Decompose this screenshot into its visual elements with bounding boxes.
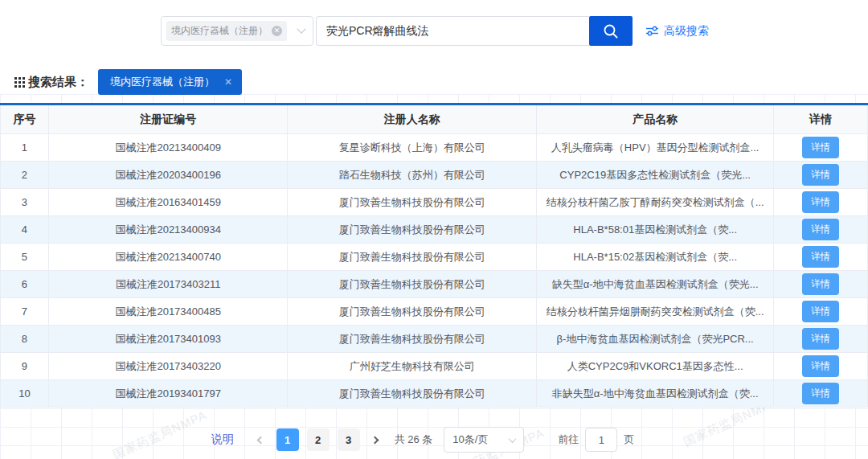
cell-detail: 详情 bbox=[774, 380, 868, 408]
cell-index: 8 bbox=[1, 326, 49, 353]
cell-registrant: 厦门致善生物科技股份有限公司 bbox=[288, 271, 537, 298]
cell-registrant: 厦门致善生物科技股份有限公司 bbox=[288, 380, 537, 408]
chevron-down-icon bbox=[509, 435, 517, 443]
cell-cert-no: 国械注准20173400485 bbox=[48, 298, 288, 326]
page-size-value: 10条/页 bbox=[452, 432, 488, 447]
detail-button[interactable]: 详情 bbox=[802, 355, 839, 377]
results-label-text: 搜索结果： bbox=[28, 75, 88, 90]
category-select[interactable]: 境内医疗器械（注册） bbox=[161, 16, 313, 46]
chevron-down-icon bbox=[297, 24, 305, 33]
chevron-left-icon bbox=[257, 436, 265, 444]
column-header-registrant: 注册人名称 bbox=[288, 105, 537, 134]
cell-index: 10 bbox=[1, 380, 49, 408]
column-header-product: 产品名称 bbox=[537, 105, 774, 134]
cell-product: β-地中海贫血基因检测试剂盒（荧光PCR... bbox=[537, 326, 774, 353]
cell-index: 5 bbox=[1, 244, 49, 271]
cell-product: 结核分枝杆菌乙胺丁醇耐药突变检测试剂盒（... bbox=[537, 189, 774, 216]
pagination: 说明 123 共 26 条 10条/页 前往 页 bbox=[0, 427, 857, 453]
cell-registrant: 厦门致善生物科技股份有限公司 bbox=[288, 244, 537, 271]
cell-detail: 详情 bbox=[774, 244, 868, 271]
detail-button[interactable]: 详情 bbox=[802, 137, 839, 158]
cell-detail: 详情 bbox=[774, 189, 868, 216]
goto-label: 前往 bbox=[558, 432, 579, 447]
column-header-cert-no: 注册证编号 bbox=[48, 105, 288, 134]
cell-registrant: 厦门致善生物科技股份有限公司 bbox=[288, 189, 537, 216]
cell-detail: 详情 bbox=[774, 326, 868, 353]
filter-tag: 境内医疗器械（注册） bbox=[98, 69, 242, 95]
detail-button[interactable]: 详情 bbox=[802, 191, 839, 213]
goto-page-input[interactable] bbox=[585, 428, 617, 452]
cell-cert-no: 国械注准20173403211 bbox=[48, 271, 288, 298]
total-count-text: 共 26 条 bbox=[395, 432, 433, 447]
detail-button[interactable]: 详情 bbox=[802, 219, 839, 240]
results-label: 搜索结果： bbox=[14, 75, 88, 90]
detail-button[interactable]: 详情 bbox=[802, 164, 839, 186]
table-row: 6 国械注准20173403211 厦门致善生物科技股份有限公司 缺失型α-地中… bbox=[1, 271, 868, 298]
search-input[interactable] bbox=[316, 16, 589, 46]
category-tag-close-icon[interactable] bbox=[272, 26, 282, 36]
grid-icon bbox=[14, 77, 25, 88]
category-tag: 境内医疗器械（注册） bbox=[166, 21, 287, 41]
detail-button[interactable]: 详情 bbox=[802, 328, 839, 350]
advanced-search-label: 高级搜索 bbox=[664, 24, 709, 39]
cell-index: 1 bbox=[1, 134, 49, 162]
cell-registrant: 复星诊断科技（上海）有限公司 bbox=[288, 134, 537, 162]
page-button-3[interactable]: 3 bbox=[338, 428, 360, 451]
detail-button[interactable]: 详情 bbox=[802, 273, 839, 295]
cell-product: HLA-B*58:01基因检测试剂盒（荧... bbox=[537, 216, 774, 244]
note-link[interactable]: 说明 bbox=[211, 432, 234, 447]
page-button-1[interactable]: 1 bbox=[276, 428, 299, 451]
search-icon bbox=[603, 23, 619, 39]
cell-cert-no: 国械注准20213400934 bbox=[48, 216, 288, 244]
table-row: 4 国械注准20213400934 厦门致善生物科技股份有限公司 HLA-B*5… bbox=[1, 216, 868, 244]
table-row: 8 国械注准20173401093 厦门致善生物科技股份有限公司 β-地中海贫血… bbox=[1, 326, 868, 353]
next-page-button[interactable] bbox=[364, 428, 387, 451]
detail-button[interactable]: 详情 bbox=[802, 383, 839, 404]
sliders-icon bbox=[646, 26, 658, 36]
cell-product: 非缺失型α-地中海贫血基因检测试剂盒（荧... bbox=[537, 380, 774, 408]
search-bar: 境内医疗器械（注册） 高级搜索 bbox=[161, 16, 709, 46]
filter-tag-close-icon[interactable] bbox=[224, 76, 232, 88]
cell-product: 人乳头瘤病毒（HPV）基因分型检测试剂盒... bbox=[537, 134, 774, 162]
goto-suffix: 页 bbox=[624, 432, 634, 447]
search-button[interactable] bbox=[589, 16, 633, 46]
detail-button[interactable]: 详情 bbox=[802, 246, 839, 268]
cell-product: CYP2C19基因多态性检测试剂盒（荧光... bbox=[537, 162, 774, 189]
cell-registrant: 踏石生物科技（苏州）有限公司 bbox=[288, 162, 537, 189]
column-header-detail: 详情 bbox=[774, 105, 868, 134]
table-row: 3 国械注准20163401459 厦门致善生物科技股份有限公司 结核分枝杆菌乙… bbox=[1, 189, 868, 216]
table-header-row: 序号 注册证编号 注册人名称 产品名称 详情 bbox=[1, 105, 868, 134]
page-button-2[interactable]: 2 bbox=[307, 428, 330, 451]
column-header-index: 序号 bbox=[1, 105, 49, 134]
cell-index: 2 bbox=[1, 162, 49, 189]
cell-detail: 详情 bbox=[774, 271, 868, 298]
cell-cert-no: 国械注准20213400409 bbox=[48, 134, 288, 162]
page-size-select[interactable]: 10条/页 bbox=[444, 427, 524, 453]
category-tag-label: 境内医疗器械（注册） bbox=[171, 24, 268, 38]
cell-product: HLA-B*15:02基因检测试剂盒（荧... bbox=[537, 244, 774, 271]
filter-tag-label: 境内医疗器械（注册） bbox=[110, 75, 215, 89]
cell-detail: 详情 bbox=[774, 298, 868, 326]
cell-index: 7 bbox=[1, 298, 49, 326]
advanced-search-link[interactable]: 高级搜索 bbox=[646, 16, 709, 46]
results-bar: 搜索结果： 境内医疗器械（注册） bbox=[14, 69, 242, 95]
cell-detail: 详情 bbox=[774, 353, 868, 380]
table-row: 5 国械注准20213400740 厦门致善生物科技股份有限公司 HLA-B*1… bbox=[1, 244, 868, 271]
cell-cert-no: 国械注准20173401093 bbox=[48, 326, 288, 353]
cell-registrant: 广州好芝生物科技有限公司 bbox=[288, 353, 537, 380]
cell-detail: 详情 bbox=[774, 162, 868, 189]
cell-cert-no: 国械注准20173403220 bbox=[48, 353, 288, 380]
chevron-right-icon bbox=[371, 436, 379, 444]
cell-index: 4 bbox=[1, 216, 49, 244]
detail-button[interactable]: 详情 bbox=[802, 301, 839, 322]
cell-index: 3 bbox=[1, 189, 49, 216]
results-table: 序号 注册证编号 注册人名称 产品名称 详情 1 国械注准20213400409… bbox=[0, 103, 868, 408]
cell-cert-no: 国械注准20193401797 bbox=[48, 380, 288, 408]
cell-detail: 详情 bbox=[774, 134, 868, 162]
table-row: 1 国械注准20213400409 复星诊断科技（上海）有限公司 人乳头瘤病毒（… bbox=[1, 134, 868, 162]
table-row: 2 国械注准20203400196 踏石生物科技（苏州）有限公司 CYP2C19… bbox=[1, 162, 868, 189]
cell-index: 9 bbox=[1, 353, 49, 380]
cell-detail: 详情 bbox=[774, 216, 868, 244]
cell-product: 人类CYP2C9和VKORC1基因多态性... bbox=[537, 353, 774, 380]
prev-page-button[interactable] bbox=[250, 428, 272, 451]
